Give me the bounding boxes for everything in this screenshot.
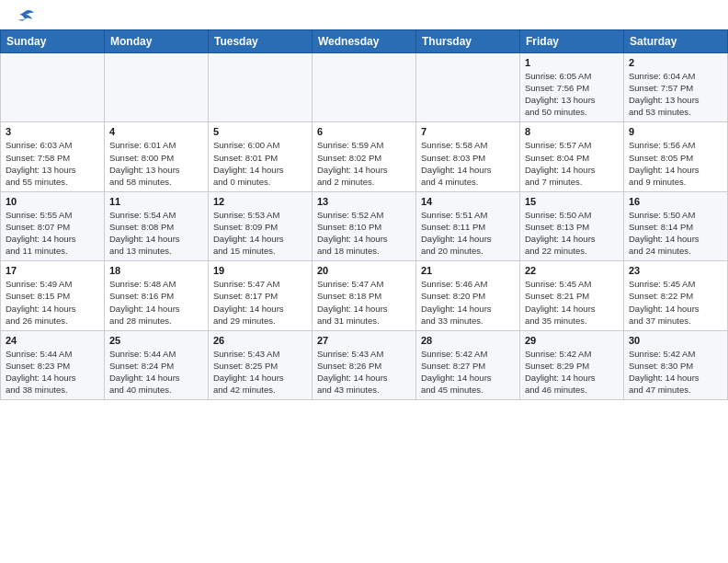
day-number: 23 bbox=[629, 265, 722, 276]
day-number: 7 bbox=[421, 126, 515, 137]
day-info: Sunrise: 5:44 AM Sunset: 8:23 PM Dayligh… bbox=[6, 348, 99, 396]
calendar-day-28: 28Sunrise: 5:42 AM Sunset: 8:27 PM Dayli… bbox=[416, 330, 520, 399]
day-info: Sunrise: 5:52 AM Sunset: 8:10 PM Dayligh… bbox=[317, 209, 411, 257]
day-info: Sunrise: 5:50 AM Sunset: 8:14 PM Dayligh… bbox=[629, 209, 722, 257]
day-number: 11 bbox=[109, 196, 203, 207]
day-number: 14 bbox=[421, 196, 515, 207]
calendar-day-19: 19Sunrise: 5:47 AM Sunset: 8:17 PM Dayli… bbox=[209, 261, 313, 330]
header bbox=[0, 0, 728, 26]
calendar-week-row: 10Sunrise: 5:55 AM Sunset: 8:07 PM Dayli… bbox=[1, 191, 728, 260]
day-info: Sunrise: 5:45 AM Sunset: 8:21 PM Dayligh… bbox=[525, 278, 619, 326]
day-number: 22 bbox=[525, 265, 619, 276]
day-number: 4 bbox=[109, 126, 203, 137]
logo bbox=[15, 9, 37, 22]
calendar-day-3: 3Sunrise: 6:03 AM Sunset: 7:58 PM Daylig… bbox=[1, 122, 105, 191]
day-number: 5 bbox=[213, 126, 307, 137]
calendar-day-2: 2Sunrise: 6:04 AM Sunset: 7:57 PM Daylig… bbox=[624, 53, 728, 122]
calendar-day-13: 13Sunrise: 5:52 AM Sunset: 8:10 PM Dayli… bbox=[313, 191, 416, 260]
day-info: Sunrise: 5:42 AM Sunset: 8:29 PM Dayligh… bbox=[525, 348, 619, 396]
day-info: Sunrise: 5:42 AM Sunset: 8:27 PM Dayligh… bbox=[421, 348, 515, 396]
calendar-day-21: 21Sunrise: 5:46 AM Sunset: 8:20 PM Dayli… bbox=[416, 261, 520, 330]
calendar-day-23: 23Sunrise: 5:45 AM Sunset: 8:22 PM Dayli… bbox=[624, 261, 728, 330]
calendar-week-row: 3Sunrise: 6:03 AM Sunset: 7:58 PM Daylig… bbox=[1, 122, 728, 191]
day-number: 15 bbox=[525, 196, 619, 207]
calendar-day-25: 25Sunrise: 5:44 AM Sunset: 8:24 PM Dayli… bbox=[105, 330, 209, 399]
calendar-day-15: 15Sunrise: 5:50 AM Sunset: 8:13 PM Dayli… bbox=[520, 191, 624, 260]
day-number: 17 bbox=[6, 265, 99, 276]
day-info: Sunrise: 6:05 AM Sunset: 7:56 PM Dayligh… bbox=[525, 70, 619, 118]
calendar-table: SundayMondayTuesdayWednesdayThursdayFrid… bbox=[0, 29, 728, 400]
day-number: 24 bbox=[6, 335, 99, 346]
calendar-day-22: 22Sunrise: 5:45 AM Sunset: 8:21 PM Dayli… bbox=[520, 261, 624, 330]
day-info: Sunrise: 5:42 AM Sunset: 8:30 PM Dayligh… bbox=[629, 348, 722, 396]
day-number: 10 bbox=[6, 196, 99, 207]
day-header-wednesday: Wednesday bbox=[313, 30, 416, 53]
day-number: 18 bbox=[109, 265, 203, 276]
calendar-day-14: 14Sunrise: 5:51 AM Sunset: 8:11 PM Dayli… bbox=[416, 191, 520, 260]
day-info: Sunrise: 5:43 AM Sunset: 8:25 PM Dayligh… bbox=[213, 348, 307, 396]
calendar-day-20: 20Sunrise: 5:47 AM Sunset: 8:18 PM Dayli… bbox=[313, 261, 416, 330]
calendar-day-empty bbox=[313, 53, 416, 122]
calendar-day-11: 11Sunrise: 5:54 AM Sunset: 8:08 PM Dayli… bbox=[105, 191, 209, 260]
day-number: 20 bbox=[317, 265, 411, 276]
calendar-day-16: 16Sunrise: 5:50 AM Sunset: 8:14 PM Dayli… bbox=[624, 191, 728, 260]
day-number: 1 bbox=[525, 57, 619, 68]
calendar-week-row: 17Sunrise: 5:49 AM Sunset: 8:15 PM Dayli… bbox=[1, 261, 728, 330]
calendar-day-5: 5Sunrise: 6:00 AM Sunset: 8:01 PM Daylig… bbox=[209, 122, 313, 191]
day-info: Sunrise: 5:51 AM Sunset: 8:11 PM Dayligh… bbox=[421, 209, 515, 257]
day-info: Sunrise: 6:01 AM Sunset: 8:00 PM Dayligh… bbox=[109, 139, 203, 187]
calendar-day-6: 6Sunrise: 5:59 AM Sunset: 8:02 PM Daylig… bbox=[313, 122, 416, 191]
day-number: 6 bbox=[317, 126, 411, 137]
day-number: 21 bbox=[421, 265, 515, 276]
calendar-day-26: 26Sunrise: 5:43 AM Sunset: 8:25 PM Dayli… bbox=[209, 330, 313, 399]
calendar-week-row: 24Sunrise: 5:44 AM Sunset: 8:23 PM Dayli… bbox=[1, 330, 728, 399]
calendar-day-8: 8Sunrise: 5:57 AM Sunset: 8:04 PM Daylig… bbox=[520, 122, 624, 191]
day-number: 2 bbox=[629, 57, 722, 68]
calendar-day-17: 17Sunrise: 5:49 AM Sunset: 8:15 PM Dayli… bbox=[1, 261, 105, 330]
day-info: Sunrise: 5:48 AM Sunset: 8:16 PM Dayligh… bbox=[109, 278, 203, 326]
day-info: Sunrise: 5:47 AM Sunset: 8:18 PM Dayligh… bbox=[317, 278, 411, 326]
day-number: 12 bbox=[213, 196, 307, 207]
calendar-header-row: SundayMondayTuesdayWednesdayThursdayFrid… bbox=[1, 30, 728, 53]
calendar-day-29: 29Sunrise: 5:42 AM Sunset: 8:29 PM Dayli… bbox=[520, 330, 624, 399]
day-info: Sunrise: 6:00 AM Sunset: 8:01 PM Dayligh… bbox=[213, 139, 307, 187]
day-number: 25 bbox=[109, 335, 203, 346]
day-number: 16 bbox=[629, 196, 722, 207]
day-info: Sunrise: 5:58 AM Sunset: 8:03 PM Dayligh… bbox=[421, 139, 515, 187]
logo-bird-icon bbox=[16, 9, 36, 26]
day-number: 3 bbox=[6, 126, 99, 137]
calendar-day-1: 1Sunrise: 6:05 AM Sunset: 7:56 PM Daylig… bbox=[520, 53, 624, 122]
day-info: Sunrise: 6:03 AM Sunset: 7:58 PM Dayligh… bbox=[6, 139, 99, 187]
day-number: 27 bbox=[317, 335, 411, 346]
calendar-week-row: 1Sunrise: 6:05 AM Sunset: 7:56 PM Daylig… bbox=[1, 53, 728, 122]
day-info: Sunrise: 5:57 AM Sunset: 8:04 PM Dayligh… bbox=[525, 139, 619, 187]
day-number: 28 bbox=[421, 335, 515, 346]
calendar-day-empty bbox=[1, 53, 105, 122]
day-number: 30 bbox=[629, 335, 722, 346]
day-number: 29 bbox=[525, 335, 619, 346]
day-info: Sunrise: 5:53 AM Sunset: 8:09 PM Dayligh… bbox=[213, 209, 307, 257]
day-header-saturday: Saturday bbox=[624, 30, 728, 53]
day-info: Sunrise: 5:45 AM Sunset: 8:22 PM Dayligh… bbox=[629, 278, 722, 326]
day-info: Sunrise: 5:50 AM Sunset: 8:13 PM Dayligh… bbox=[525, 209, 619, 257]
day-number: 26 bbox=[213, 335, 307, 346]
calendar-day-24: 24Sunrise: 5:44 AM Sunset: 8:23 PM Dayli… bbox=[1, 330, 105, 399]
day-info: Sunrise: 5:54 AM Sunset: 8:08 PM Dayligh… bbox=[109, 209, 203, 257]
day-header-tuesday: Tuesday bbox=[209, 30, 313, 53]
day-header-friday: Friday bbox=[520, 30, 624, 53]
day-number: 8 bbox=[525, 126, 619, 137]
calendar-day-empty bbox=[416, 53, 520, 122]
day-header-thursday: Thursday bbox=[416, 30, 520, 53]
calendar-day-12: 12Sunrise: 5:53 AM Sunset: 8:09 PM Dayli… bbox=[209, 191, 313, 260]
day-info: Sunrise: 5:59 AM Sunset: 8:02 PM Dayligh… bbox=[317, 139, 411, 187]
day-header-sunday: Sunday bbox=[1, 30, 105, 53]
day-info: Sunrise: 5:46 AM Sunset: 8:20 PM Dayligh… bbox=[421, 278, 515, 326]
day-info: Sunrise: 5:43 AM Sunset: 8:26 PM Dayligh… bbox=[317, 348, 411, 396]
calendar-day-10: 10Sunrise: 5:55 AM Sunset: 8:07 PM Dayli… bbox=[1, 191, 105, 260]
day-header-monday: Monday bbox=[105, 30, 209, 53]
calendar-day-9: 9Sunrise: 5:56 AM Sunset: 8:05 PM Daylig… bbox=[624, 122, 728, 191]
day-info: Sunrise: 6:04 AM Sunset: 7:57 PM Dayligh… bbox=[629, 70, 722, 118]
day-info: Sunrise: 5:56 AM Sunset: 8:05 PM Dayligh… bbox=[629, 139, 722, 187]
calendar-day-7: 7Sunrise: 5:58 AM Sunset: 8:03 PM Daylig… bbox=[416, 122, 520, 191]
day-info: Sunrise: 5:55 AM Sunset: 8:07 PM Dayligh… bbox=[6, 209, 99, 257]
